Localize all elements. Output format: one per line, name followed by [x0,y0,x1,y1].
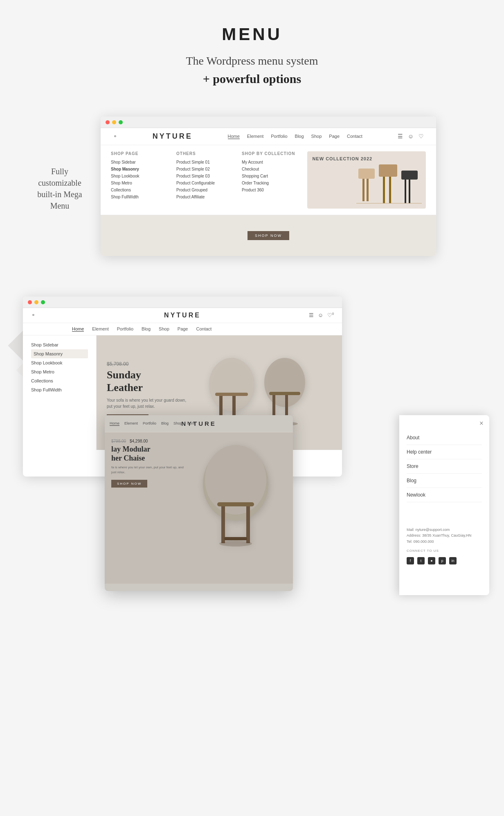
menu-collections[interactable]: Collections [111,188,164,192]
menu-product-configurable[interactable]: Product Configurable [176,181,230,185]
nav-left-3: Home Element Portfolio Blog Shop Cont [110,421,195,426]
nav-home-3[interactable]: Home [110,421,119,426]
svg-point-26 [219,541,252,546]
page-title: MENU [8,25,496,44]
nav-blog-2[interactable]: Blog [142,326,151,332]
panel-item-newlook[interactable]: Newlook [407,488,482,502]
nav-portfolio-2[interactable]: Portfolio [117,326,133,332]
browser-bar-2 [23,297,342,308]
nav-element-1[interactable]: Element [247,134,263,139]
dd-shop-lookbook[interactable]: Shop Lookbook [31,358,88,367]
cart-icon-2: ♡0 [327,312,334,319]
hamburger-icon-2: ☰ [309,312,314,319]
nav-shop-2[interactable]: Shop [159,326,169,332]
menu-shop-sidebar[interactable]: Shop Sidebar [111,160,164,164]
menu-shop-masonry[interactable]: Shop Masonry [111,167,164,171]
menu-product-360[interactable]: Product 360 [242,188,295,192]
dropdown-menu-2: Shop Sidebar Shop Masonry Shop Lookbook … [23,335,97,450]
nyture-header-1: ⚬ NYTURE Home Element Portfolio Blog Sho… [101,128,436,145]
dd-shop-masonry[interactable]: Shop Masonry [31,349,88,358]
svg-rect-6 [401,171,418,180]
panel-tel: Tel: 090.000.000 [407,539,482,544]
menu-product-grouped[interactable]: Product Grouped [176,188,230,192]
nav-page-1[interactable]: Page [329,134,340,139]
dot-yellow-2 [34,300,38,304]
menu-product-simple-01[interactable]: Product Simple 01 [176,160,230,164]
hero-text-3: $798.00 $4,298.00 lay Modular her Chaise… [111,439,185,488]
svg-rect-11 [215,393,248,396]
stool-group [356,160,422,205]
pinterest-icon[interactable]: p [439,557,446,564]
menu-my-account[interactable]: My Account [242,160,295,164]
shop-now-button-1[interactable]: SHOP NOW [248,231,289,240]
hero-title-3: lay Modular her Chaise [111,445,185,463]
nav-blog-1[interactable]: Blog [295,134,304,139]
mockup-section-2: ⚬ NYTURE ☰ ☺ ♡0 Home Element Portfolio B… [15,297,489,616]
menu-shop-fullwidth[interactable]: Shop FullWidth [111,195,164,199]
nav-cont-3[interactable]: Cont [187,421,195,426]
dd-shop-sidebar[interactable]: Shop Sidebar [31,340,88,349]
twitter-icon[interactable]: t [417,557,425,564]
svg-rect-4 [383,177,385,203]
dd-collections[interactable]: Collections [31,376,88,385]
mockup-section-1: Fully customizable built-in Mega Menu ⚬ … [27,117,477,272]
header-subtitle: The Wordpress menu system + powerful opt… [8,52,496,88]
menu-product-simple-02[interactable]: Product Simple 02 [176,167,230,171]
search-icon-2: ⚬ [31,312,36,319]
header-icons-2: ☰ ☺ ♡0 [309,312,334,319]
dot-yellow [112,120,116,124]
nyture-header-3: Home Element Portfolio Blog Shop Cont NY… [105,415,293,432]
nyture-logo-1: NYTURE [153,132,193,141]
instagram-icon[interactable]: ● [428,557,435,564]
svg-rect-5 [389,177,391,203]
nav-portfolio-3[interactable]: Portfolio [143,421,156,426]
menu-checkout[interactable]: Checkout [242,167,295,171]
dd-shop-fullwidth[interactable]: Shop FullWidth [31,385,88,394]
nav-contact-2[interactable]: Contact [196,326,212,332]
menu-shopping-cart[interactable]: Shopping Cart [242,174,295,178]
nav-home-2[interactable]: Home [72,326,84,332]
dd-shop-metro[interactable]: Shop Metro [31,367,88,376]
menu-product-simple-03[interactable]: Product Simple 03 [176,174,230,178]
nav-shop-3[interactable]: Shop [173,421,182,426]
linkedin-icon[interactable]: in [449,557,457,564]
hero-desc-2: Your sofa is where you let your guard do… [107,397,189,409]
nav-element-3[interactable]: Element [124,421,138,426]
side-panel: × About Help center Store Blog Newlook M… [399,415,489,595]
chair-svg-3 [195,439,277,553]
svg-rect-2 [367,179,369,201]
svg-rect-1 [362,179,364,201]
menu-product-affiliate[interactable]: Product Affiliate [176,195,230,199]
menu-order-tracking[interactable]: Order Tracking [242,181,295,185]
menu-shop-lookbook[interactable]: Shop Lookbook [111,174,164,178]
col-title-shop-page: SHOP PAGE [111,151,164,156]
shop-now-button-3[interactable]: SHOP NOW [111,480,147,488]
nav-element-2[interactable]: Element [92,326,108,332]
nav-blog-3[interactable]: Blog [161,421,169,426]
panel-item-about[interactable]: About [407,431,482,445]
dot-green-2 [41,300,45,304]
nav-home-1[interactable]: Home [228,134,240,139]
nav-shop-1[interactable]: Shop [311,134,322,139]
nav-page-2[interactable]: Page [178,326,188,332]
close-button[interactable]: × [479,419,484,428]
panel-mail: Mail: nyture@support.com [407,527,482,533]
panel-item-blog[interactable]: Blog [407,474,482,488]
mega-menu-1: SHOP PAGE Shop Sidebar Shop Masonry Shop… [101,145,436,215]
panel-footer: Mail: nyture@support.com Address: 38/35 … [407,527,482,564]
svg-rect-3 [379,164,397,177]
panel-item-store[interactable]: Store [407,459,482,474]
chair-area-3 [185,439,286,553]
browser-mockup-3: Home Element Portfolio Blog Shop Cont NY… [105,415,293,591]
hero-prices-3: $798.00 $4,298.00 [111,439,185,443]
nav-portfolio-1[interactable]: Portfolio [271,134,287,139]
dot-red-2 [28,300,32,304]
header-icons-1: ☰ ☺ ♡ [398,133,424,140]
menu-shop-metro[interactable]: Shop Metro [111,181,164,185]
facebook-icon[interactable]: f [407,557,414,564]
panel-item-help[interactable]: Help center [407,445,482,459]
nav-contact-1[interactable]: Contact [347,134,362,139]
svg-rect-16 [269,392,300,395]
hero-desc-3: fa is where you let your own, put your f… [111,465,185,475]
mega-col-others: OTHERS Product Simple 01 Product Simple … [176,151,230,209]
